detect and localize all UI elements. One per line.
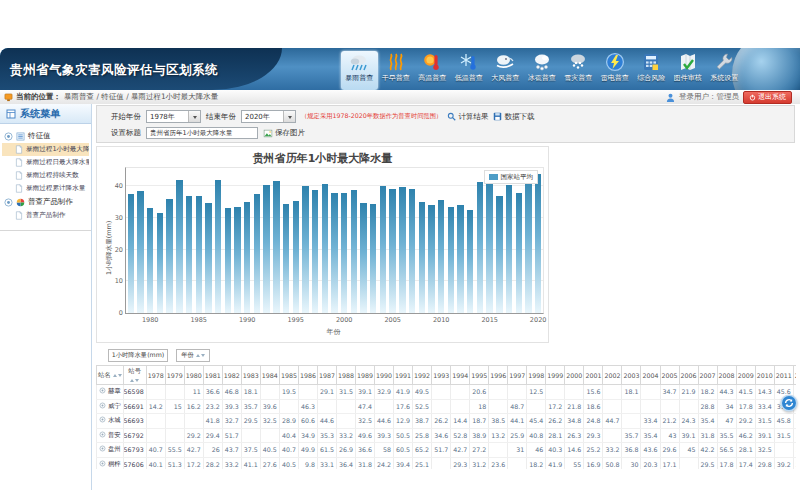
value-cell: 48.7 — [508, 399, 527, 414]
bar-1990 — [244, 202, 250, 313]
pivot-column-field[interactable]: 年份 — [176, 349, 210, 362]
value-cell: 31 — [508, 443, 527, 458]
radio-icon[interactable] — [99, 445, 106, 452]
bar-2005 — [389, 189, 395, 313]
col-year-1983: 1983 — [241, 366, 260, 385]
breadcrumb-segment[interactable]: 特征值 — [101, 92, 124, 101]
breadcrumb-segment[interactable]: 暴雨普查 — [64, 92, 94, 101]
form-row-title: 设置标题 保存图片 — [111, 127, 305, 139]
value-cell: 55.5 — [165, 443, 184, 458]
value-cell: 41.5 — [736, 385, 755, 400]
toolbar-item-composite-risk[interactable]: 综合风险 — [633, 51, 670, 90]
toolbar-item-high-temp[interactable]: 高温普查 — [414, 51, 451, 90]
col-year-1979: 1979 — [165, 366, 184, 385]
value-cell: 29.3 — [584, 428, 603, 443]
bar-1985 — [196, 196, 202, 313]
col-station-name[interactable]: 站名 — [97, 366, 124, 385]
value-cell: 39.2 — [774, 457, 793, 469]
hail-icon — [532, 52, 552, 72]
breadcrumb-segment[interactable]: 暴雨过程1小时最大降水量 — [131, 92, 218, 101]
value-cell: 29.3 — [793, 457, 796, 469]
toolbar-item-label: 干旱普查 — [382, 73, 410, 83]
toolbar-item-low-temp[interactable]: 低温普查 — [451, 51, 488, 90]
toolbar-item-hail[interactable]: 冰雹普查 — [524, 51, 561, 90]
bar-2003 — [370, 204, 376, 313]
bar-2018 — [516, 193, 522, 313]
logout-button[interactable]: 退出系统 — [743, 91, 792, 104]
radio-icon[interactable] — [99, 431, 106, 438]
col-year-2003: 2003 — [622, 366, 641, 385]
snow-icon — [568, 52, 588, 72]
pivot-measure-field[interactable]: 1小时降水量(mm) — [108, 349, 168, 362]
radio-icon[interactable] — [99, 387, 106, 394]
chart-legend[interactable]: 国家站平均 — [484, 170, 539, 184]
value-cell — [432, 457, 451, 469]
value-cell: 35.7 — [622, 428, 641, 443]
sidebar-item[interactable]: 暴雨过程1小时最大降水量 — [2, 143, 89, 156]
download-button[interactable]: 数据下载 — [493, 112, 534, 122]
refresh-icon[interactable] — [780, 394, 798, 412]
sort-icons[interactable] — [130, 379, 139, 382]
toolbar-item-snow[interactable]: 雪灾普查 — [560, 51, 597, 90]
sidebar-group-0[interactable]: 特征值 — [2, 129, 89, 143]
radio-icon[interactable] — [99, 402, 106, 409]
data-grid-container: 站名 站号 1978197919801981198219831984198519… — [96, 365, 796, 469]
bar-2017 — [506, 185, 512, 313]
bar-2010 — [438, 200, 444, 313]
value-cell — [146, 414, 165, 429]
value-cell: 32.5 — [260, 414, 279, 429]
col-year-2007: 2007 — [698, 366, 717, 385]
sidebar-group-1[interactable]: 普查产品制作 — [2, 195, 89, 209]
bar-2016 — [496, 196, 502, 313]
value-cell: 29.8 — [755, 457, 774, 469]
radio-icon[interactable] — [99, 460, 106, 467]
bar-2015 — [486, 177, 492, 313]
power-icon — [749, 94, 756, 101]
value-cell: 21.2 — [660, 414, 679, 429]
value-cell: 31.2 — [470, 457, 489, 469]
sort-icons[interactable] — [113, 374, 122, 377]
value-cell — [317, 399, 336, 414]
sort-icons[interactable] — [196, 354, 205, 357]
value-cell: 40.7 — [279, 443, 298, 458]
radio-icon[interactable] — [99, 416, 106, 423]
expander-icon[interactable] — [4, 132, 13, 141]
menu-icon — [6, 109, 16, 119]
start-year-select[interactable]: 1978年 — [146, 110, 201, 123]
sidebar-item[interactable]: 暴雨过程日最大降水量 — [2, 156, 89, 169]
breadcrumb-path: 暴雨普查 / 特征值 / 暴雨过程1小时最大降水量 — [64, 92, 218, 102]
toolbar-item-drought[interactable]: 干旱普查 — [378, 51, 415, 90]
toolbar-item-settings[interactable]: 系统设置 — [706, 51, 743, 90]
toolbar-item-wind[interactable]: 大风普查 — [487, 51, 524, 90]
value-cell: 46.2 — [736, 428, 755, 443]
value-cell: 12.9 — [394, 414, 413, 429]
value-cell: 31.5 — [774, 428, 793, 443]
value-cell — [165, 414, 184, 429]
value-cell: 50.8 — [603, 457, 622, 469]
toolbar-item-lightning[interactable]: 雷电普查 — [597, 51, 634, 90]
value-cell: 40.3 — [546, 443, 565, 458]
bar-1989 — [234, 207, 240, 313]
toolbar-item-rainstorm[interactable]: 暴雨普查 — [341, 51, 378, 90]
calculate-button[interactable]: 计算结果 — [447, 112, 488, 122]
value-cell: 38.9 — [470, 428, 489, 443]
toolbar-item-map-review[interactable]: 图件审核 — [670, 51, 707, 90]
value-cell: 45.4 — [527, 414, 546, 429]
value-cell — [565, 385, 584, 400]
value-cell: 34.8 — [565, 414, 584, 429]
chart-title-input[interactable] — [146, 127, 258, 139]
save-image-button[interactable]: 保存图片 — [263, 128, 305, 138]
toolbar-item-label: 雷电普查 — [601, 73, 629, 83]
sidebar-item[interactable]: 暴雨过程累计降水量 — [2, 182, 89, 195]
col-year-2006: 2006 — [679, 366, 698, 385]
drought-icon — [386, 52, 406, 72]
sidebar-item[interactable]: 暴雨过程持续天数 — [2, 169, 89, 182]
expander-icon[interactable] — [4, 198, 13, 207]
sidebar-item-label: 暴雨过程持续天数 — [26, 171, 79, 180]
value-cell: 33.2 — [222, 457, 241, 469]
col-station-id[interactable]: 站号 — [123, 366, 146, 385]
end-year-select[interactable]: 2020年 — [241, 110, 296, 123]
value-cell: 36.8 — [622, 443, 641, 458]
value-cell: 32.9 — [375, 385, 394, 400]
sidebar-item[interactable]: 普查产品制作 — [2, 209, 89, 222]
